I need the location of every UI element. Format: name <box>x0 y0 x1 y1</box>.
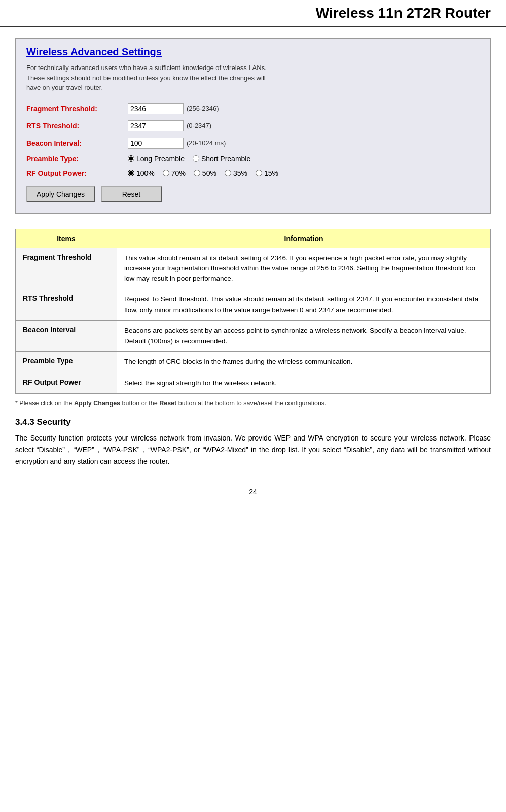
rf-50-radio[interactable] <box>194 170 200 176</box>
table-cell-item: Fragment Threshold <box>16 248 117 289</box>
page-title: Wireless 11n 2T2R Router <box>5 5 491 21</box>
main-content: Wireless Advanced Settings For technical… <box>0 27 506 506</box>
rf-output-power-label: RF Output Power: <box>26 169 128 177</box>
preamble-type-radio-group: Long Preamble Short Preamble <box>128 155 250 163</box>
beacon-interval-label: Beacon Interval: <box>26 139 128 147</box>
info-table: Items Information Fragment Threshold Thi… <box>15 229 491 394</box>
rf-15-label: 15% <box>264 169 278 177</box>
table-cell-info: Select the signal strength for the wirel… <box>117 373 491 393</box>
preamble-short-label: Short Preamble <box>201 155 250 163</box>
table-row: Preamble Type The length of CRC blocks i… <box>16 352 491 373</box>
page-header: Wireless 11n 2T2R Router <box>0 0 506 27</box>
reset-strong: Reset <box>159 400 176 407</box>
beacon-interval-hint: (20-1024 ms) <box>187 139 226 147</box>
rf-15-option[interactable]: 15% <box>256 169 278 177</box>
rf-output-power-radio-group: 100% 70% 50% 35% 15% <box>128 169 278 177</box>
preamble-long-label: Long Preamble <box>136 155 185 163</box>
rf-35-label: 35% <box>233 169 247 177</box>
rf-50-option[interactable]: 50% <box>194 169 216 177</box>
rts-threshold-label: RTS Threshold: <box>26 122 128 130</box>
fragment-threshold-input[interactable] <box>128 103 184 114</box>
settings-description: For technically advanced users who have … <box>26 63 480 93</box>
table-cell-item: Preamble Type <box>16 352 117 373</box>
preamble-type-row: Preamble Type: Long Preamble Short Pream… <box>26 155 480 163</box>
table-cell-info: The length of CRC blocks in the frames d… <box>117 352 491 373</box>
preamble-short-option[interactable]: Short Preamble <box>193 155 250 163</box>
preamble-long-radio[interactable] <box>128 155 134 162</box>
table-cell-info: Beacons are packets sent by an access po… <box>117 320 491 352</box>
preamble-short-radio[interactable] <box>193 155 199 162</box>
rts-threshold-input[interactable] <box>128 120 184 131</box>
rf-35-radio[interactable] <box>225 170 231 176</box>
rf-50-label: 50% <box>202 169 216 177</box>
rf-70-option[interactable]: 70% <box>163 169 186 177</box>
section-body-text: The Security function protects your wire… <box>15 432 491 467</box>
settings-panel-title: Wireless Advanced Settings <box>26 46 480 58</box>
preamble-type-label: Preamble Type: <box>26 155 128 163</box>
rf-100-label: 100% <box>136 169 155 177</box>
apply-changes-button[interactable]: Apply Changes <box>26 186 95 202</box>
section-heading: 3.4.3 Security <box>15 417 491 427</box>
rf-output-power-row: RF Output Power: 100% 70% 50% 35% <box>26 169 480 177</box>
rf-35-option[interactable]: 35% <box>225 169 247 177</box>
fragment-threshold-label: Fragment Threshold: <box>26 105 128 113</box>
footer-note: * Please click on the Apply Changes butt… <box>15 400 491 407</box>
settings-panel: Wireless Advanced Settings For technical… <box>15 38 491 214</box>
rf-100-option[interactable]: 100% <box>128 169 155 177</box>
apply-changes-strong: Apply Changes <box>74 400 120 407</box>
rf-70-radio[interactable] <box>163 170 169 176</box>
rf-15-radio[interactable] <box>256 170 262 176</box>
table-row: RTS Threshold Request To Send threshold.… <box>16 289 491 321</box>
table-row: Beacon Interval Beacons are packets sent… <box>16 320 491 352</box>
reset-button[interactable]: Reset <box>101 186 162 202</box>
table-cell-item: RF Output Power <box>16 373 117 393</box>
fragment-threshold-hint: (256-2346) <box>187 105 219 112</box>
rf-100-radio[interactable] <box>128 170 134 176</box>
table-cell-item: Beacon Interval <box>16 320 117 352</box>
table-cell-info: This value should remain at its default … <box>117 248 491 289</box>
beacon-interval-input[interactable] <box>128 138 184 149</box>
table-cell-item: RTS Threshold <box>16 289 117 321</box>
table-row: RF Output Power Select the signal streng… <box>16 373 491 393</box>
rts-threshold-hint: (0-2347) <box>187 122 211 129</box>
page-number: 24 <box>15 488 491 496</box>
table-cell-info: Request To Send threshold. This value sh… <box>117 289 491 321</box>
rts-threshold-row: RTS Threshold: (0-2347) <box>26 120 480 131</box>
fragment-threshold-row: Fragment Threshold: (256-2346) <box>26 103 480 114</box>
beacon-interval-row: Beacon Interval: (20-1024 ms) <box>26 138 480 149</box>
table-header-items: Items <box>16 229 117 248</box>
button-row: Apply Changes Reset <box>26 186 480 202</box>
preamble-long-option[interactable]: Long Preamble <box>128 155 185 163</box>
table-header-info: Information <box>117 229 491 248</box>
table-row: Fragment Threshold This value should rem… <box>16 248 491 289</box>
rf-70-label: 70% <box>171 169 186 177</box>
